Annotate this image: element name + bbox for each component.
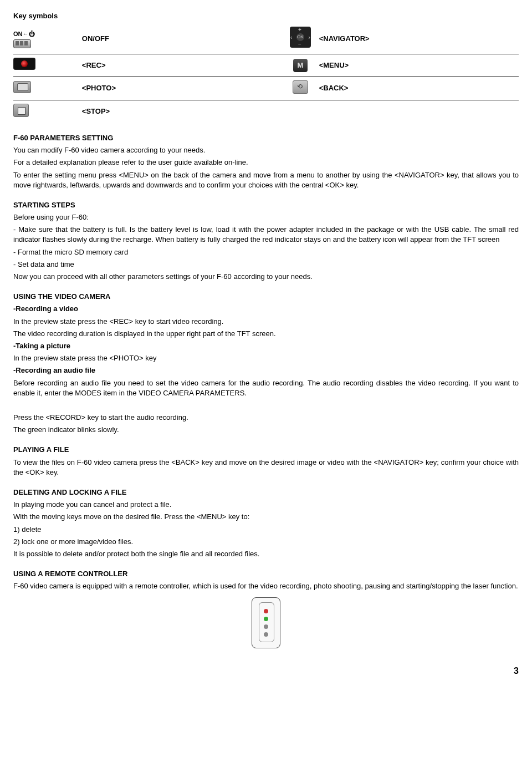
params-p1: You can modify F-60 video camera accordi… (13, 145, 519, 155)
remote-p1: F-60 video camera is equipped with a rem… (13, 581, 519, 591)
rec-icon (13, 58, 35, 70)
starting-l2: - Format the micro SD memory card (13, 247, 519, 257)
photo-label: <PHOTO> (82, 77, 282, 100)
menu-label: <MENU> (319, 54, 519, 77)
starting-before: Before using your F-60: (13, 212, 519, 222)
remote-title: USING A REMOTE CONTROLLER (13, 569, 519, 579)
stop-label: <STOP> (82, 100, 282, 123)
starting-title: STARTING STEPS (13, 200, 519, 210)
remote-controller-image (252, 597, 280, 648)
rec-p1: In the preview state press the <REC> key… (13, 317, 519, 327)
battery-icon (13, 39, 31, 48)
onoff-label: ON/OFF (82, 23, 282, 54)
key-symbols-table: ON←⏻ ON/OFF +−‹› <NAVIGATOR> <REC> M <ME… (13, 23, 519, 123)
params-title: F-60 PARAMETERS SETTING (13, 133, 519, 143)
rec-label: <REC> (82, 54, 282, 77)
on-arrow-text: ON←⏻ (13, 31, 35, 37)
back-label: <BACK> (319, 77, 519, 100)
deleting-p3: It is possible to delete and/or protect … (13, 549, 519, 559)
deleting-p1: In playing mode you can cancel and prote… (13, 500, 519, 510)
starting-l1: - Make sure that the battery is full. Is… (13, 225, 519, 245)
starting-l3: - Set data and time (13, 260, 519, 270)
rec-heading: -Recording a video (13, 304, 519, 314)
page-number: 3 (13, 665, 519, 677)
press-record: Press the <RECORD> key to start the audi… (13, 413, 519, 423)
deleting-p2: With the moving keys move on the desired… (13, 512, 519, 522)
photo-p1: In the preview state press the <PHOTO> k… (13, 353, 519, 363)
playing-p1: To view the files on F-60 video camera p… (13, 458, 519, 478)
photo-heading: -Taking a picture (13, 341, 519, 351)
deleting-title: DELETING AND LOCKING A FILE (13, 487, 519, 497)
photo-icon (13, 81, 31, 93)
usingvideo-title: USING THE VIDEO CAMERA (13, 292, 519, 302)
navigator-icon: +−‹› (290, 27, 311, 48)
params-p2: For a detailed explanation please refer … (13, 158, 519, 167)
stop-icon (13, 104, 29, 117)
rec-p2: The video recording duration is displaye… (13, 329, 519, 339)
audio-p1: Before recording an audio file you need … (13, 378, 519, 398)
green-indicator: The green indicator blinks slowly. (13, 425, 519, 435)
audio-heading: -Recording an audio file (13, 365, 519, 375)
navigator-label: <NAVIGATOR> (319, 23, 519, 54)
onoff-icon: ON←⏻ (13, 29, 35, 49)
menu-icon: M (293, 59, 308, 72)
key-symbols-heading: Key symbols (13, 11, 519, 21)
deleting-o2: 2) lock one or more image/video files. (13, 537, 519, 547)
starting-after: Now you can proceed with all other param… (13, 272, 519, 282)
playing-title: PLAYING A FILE (13, 445, 519, 455)
deleting-o1: 1) delete (13, 525, 519, 535)
back-icon (293, 80, 308, 94)
params-p3: To enter the setting menu press <MENU> o… (13, 170, 519, 190)
